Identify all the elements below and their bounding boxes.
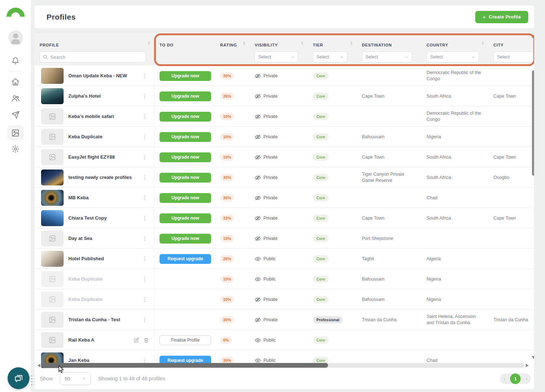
scroll-down-arrow[interactable] (532, 356, 534, 359)
rating-cell: 10% (215, 154, 250, 161)
row-menu-button[interactable]: ⋮ (141, 276, 149, 282)
chevron-down-icon (82, 376, 86, 381)
todo-cell: Upgrade now (154, 112, 215, 122)
profile-thumbnail (41, 230, 64, 246)
row-menu-button[interactable]: ⋮ (141, 317, 149, 323)
destination-cell: Cape Town (357, 154, 421, 160)
profiles-table: PROFILE TO DO RATING VISIBILITY (35, 33, 534, 389)
home-icon (11, 78, 20, 86)
prev-page-button[interactable]: ‹ (504, 376, 505, 381)
row-menu-button[interactable]: ⋮ (141, 73, 149, 79)
sort-icon[interactable] (148, 41, 150, 45)
app-logo[interactable] (0, 6, 31, 17)
eye-off-icon (255, 93, 261, 99)
row-menu-button[interactable]: ⋮ (141, 154, 149, 160)
todo-button[interactable]: Upgrade now (160, 71, 211, 81)
image-icon (11, 129, 20, 137)
edit-button[interactable] (134, 338, 139, 343)
sort-icon[interactable] (301, 41, 303, 45)
current-page-button[interactable]: 1 (510, 373, 521, 384)
sort-icon[interactable] (350, 41, 352, 45)
sort-icon[interactable] (243, 41, 245, 45)
scroll-up-arrow[interactable] (532, 35, 534, 38)
visibility-label: Private (263, 236, 278, 241)
row-menu-button[interactable]: ⋮ (141, 215, 149, 221)
rating-cell: 10% (215, 296, 250, 303)
rating-cell: 26% (215, 93, 250, 100)
logo-arch-icon (6, 6, 25, 17)
country-cell: Nigeria (421, 134, 488, 140)
row-menu-button[interactable]: ⋮ (141, 134, 149, 140)
profile-cell: EasyJet flight EZY88 ⋮ (35, 147, 154, 167)
row-menu-button[interactable]: ⋮ (141, 235, 149, 242)
next-page-button[interactable]: › (525, 376, 527, 381)
todo-button[interactable]: Upgrade now (160, 91, 211, 101)
horizontal-scrollbar-track[interactable] (42, 363, 525, 368)
plus-icon: + (483, 14, 486, 20)
visibility-cell: Private (250, 297, 308, 303)
table-row: Keba's mobile safari ⋮ Upgrade now 10% (35, 106, 534, 127)
sidebar-item-users[interactable] (0, 94, 31, 103)
column-header-tier: TIER Select (308, 33, 357, 66)
tier-cell: Core (308, 154, 357, 161)
column-header-todo: TO DO (154, 33, 215, 66)
profile-name: Jan Keba (68, 358, 136, 363)
todo-cell: Upgrade now (154, 132, 215, 142)
table-body: Oman Update Keba - NEW ⋮ Upgrade now 30% (35, 66, 534, 368)
country-cell: Saint Helena, Ascension and Tristan da C… (421, 314, 488, 326)
page-size-select[interactable]: 50 (60, 372, 91, 385)
todo-button[interactable]: Upgrade now (160, 234, 211, 244)
tier-filter-select[interactable]: Select (313, 52, 347, 62)
sidebar-item-send[interactable] (0, 111, 31, 119)
todo-cell: Upgrade now (154, 173, 215, 183)
column-label: RATING (220, 43, 237, 47)
select-value: Select (258, 54, 291, 60)
todo-button[interactable]: Request upgrade (160, 254, 211, 264)
profile-cell: Chiara Test Copy ⋮ (35, 208, 154, 228)
todo-button[interactable]: Upgrade now (160, 112, 211, 122)
todo-button[interactable]: Upgrade now (160, 173, 211, 183)
select-value: Select (497, 54, 534, 60)
image-placeholder-icon (49, 316, 56, 323)
row-menu-button[interactable]: ⋮ (141, 296, 149, 303)
todo-button[interactable]: Upgrade now (160, 213, 211, 223)
row-menu-button[interactable]: ⋮ (141, 93, 149, 99)
sort-icon[interactable] (482, 41, 484, 45)
scroll-left-arrow[interactable] (37, 364, 40, 367)
city-filter-select[interactable]: Select (493, 52, 534, 62)
city-cell: Cape Town (488, 215, 534, 221)
country-cell: South Africa (421, 154, 488, 160)
sidebar-item-notifications[interactable] (0, 57, 31, 65)
todo-button[interactable]: Upgrade now (160, 193, 211, 203)
todo-button[interactable]: Upgrade now (160, 132, 211, 142)
rating-cell: 10% (215, 275, 250, 283)
column-header-destination: DESTINATION Select (357, 33, 421, 66)
row-menu-button[interactable]: ⋮ (141, 256, 149, 262)
user-avatar[interactable] (0, 30, 31, 45)
eye-icon (255, 256, 261, 262)
users-icon (11, 94, 20, 103)
todo-button[interactable]: Finalise Profile (160, 335, 211, 345)
delete-button[interactable] (144, 338, 149, 343)
profile-search-input[interactable] (40, 52, 146, 62)
visibility-filter-select[interactable]: Select (255, 52, 298, 62)
todo-button[interactable]: Upgrade now (160, 152, 211, 162)
sidebar-item-profiles[interactable] (0, 125, 31, 140)
tier-cell: Core (308, 336, 357, 344)
country-filter-select[interactable]: Select (427, 52, 479, 62)
tier-badge: Core (313, 113, 329, 120)
row-menu-button[interactable]: ⋮ (141, 113, 149, 120)
sidebar-item-settings[interactable] (0, 145, 31, 153)
sidebar-item-home[interactable] (0, 78, 31, 86)
chat-button[interactable] (8, 367, 29, 389)
todo-cell: Upgrade now (154, 193, 215, 203)
horizontal-scrollbar[interactable] (42, 363, 328, 368)
visibility-label: Public (263, 277, 276, 282)
vertical-scrollbar[interactable] (532, 70, 534, 176)
row-menu-button[interactable]: ⋮ (141, 195, 149, 201)
destination-filter-select[interactable]: Select (362, 52, 412, 62)
create-profile-button[interactable]: + Create Profile (475, 11, 528, 23)
scroll-right-arrow[interactable] (526, 364, 529, 367)
row-menu-button[interactable]: ⋮ (141, 174, 149, 181)
column-label: COUNTRY (427, 43, 448, 47)
